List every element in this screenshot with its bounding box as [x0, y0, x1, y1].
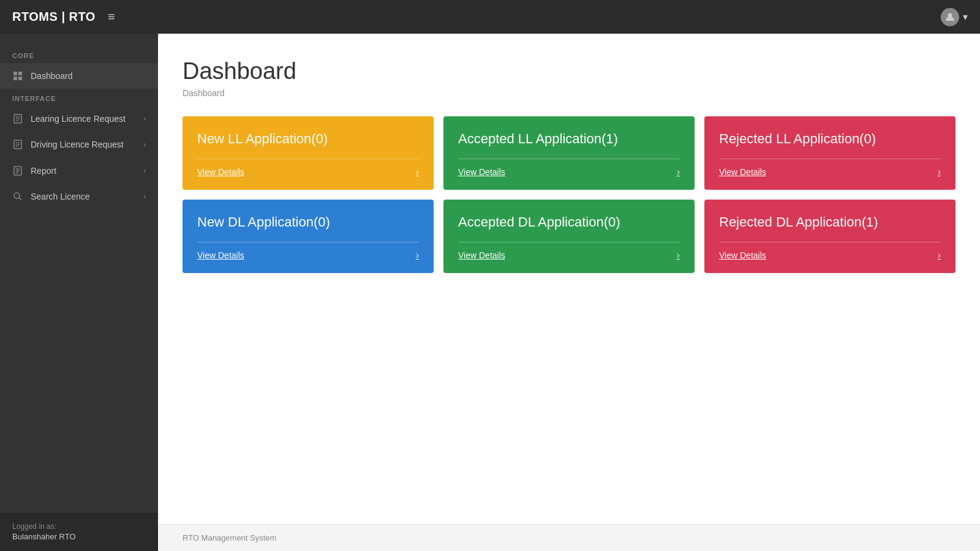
- logged-in-user: Bulanshaher RTO: [12, 532, 146, 541]
- sidebar-item-dashboard[interactable]: Dashboard: [0, 63, 158, 89]
- chevron-right-icon-4: ›: [143, 192, 146, 201]
- card-accepted-ll-title: Accepted LL Application(1): [458, 131, 680, 147]
- sidebar-item-label-dashboard: Dashboard: [31, 70, 73, 81]
- sidebar-section-interface: INTERFACE: [0, 89, 158, 106]
- sidebar-item-label-learning-licence: Learing Licence Request: [31, 113, 126, 124]
- card-new-dl-arrow: ›: [416, 250, 419, 261]
- card-new-ll-arrow: ›: [416, 167, 419, 178]
- card-new-dl-link[interactable]: View Details ›: [197, 242, 419, 261]
- sidebar: CORE Dashboard INTERFACE: [0, 34, 158, 551]
- footer-text: RTO Management System: [183, 533, 276, 542]
- card-accepted-dl-link-text: View Details: [458, 250, 505, 260]
- card-rejected-ll-link-text: View Details: [719, 167, 766, 177]
- svg-rect-1: [13, 72, 17, 75]
- card-accepted-ll: Accepted LL Application(1) View Details …: [443, 116, 695, 190]
- dashboard-cards-grid: New LL Application(0) View Details › Acc…: [183, 116, 956, 273]
- page-title: Dashboard: [183, 58, 956, 84]
- learning-licence-icon: [12, 113, 23, 124]
- card-accepted-ll-link[interactable]: View Details ›: [458, 159, 680, 178]
- sidebar-item-label-report: Report: [31, 165, 56, 176]
- card-rejected-dl-link-text: View Details: [719, 250, 766, 260]
- card-rejected-ll-link[interactable]: View Details ›: [719, 159, 941, 178]
- sidebar-item-driving-licence[interactable]: Driving Licence Request ›: [0, 132, 158, 157]
- svg-rect-4: [18, 77, 22, 80]
- card-accepted-dl: Accepted DL Application(0) View Details …: [443, 200, 695, 273]
- card-rejected-dl-title: Rejected DL Application(1): [719, 214, 941, 230]
- page-footer: RTO Management System: [158, 524, 980, 551]
- breadcrumb: Dashboard: [183, 88, 956, 98]
- card-new-ll: New LL Application(0) View Details ›: [183, 116, 434, 190]
- hamburger-icon[interactable]: ≡: [108, 10, 115, 24]
- dashboard-icon: [12, 70, 23, 81]
- brand-title: RTOMS | RTO: [12, 10, 96, 24]
- card-new-dl-link-text: View Details: [197, 250, 244, 260]
- user-menu[interactable]: ▾: [941, 8, 968, 26]
- svg-rect-3: [13, 77, 17, 80]
- sidebar-item-label-search-licence: Search Licence: [31, 191, 90, 202]
- card-new-dl: New DL Application(0) View Details ›: [183, 200, 434, 273]
- sidebar-item-label-driving-licence: Driving Licence Request: [31, 139, 124, 150]
- sidebar-item-report[interactable]: Report ›: [0, 158, 158, 184]
- user-dropdown-arrow: ▾: [963, 11, 968, 23]
- card-accepted-ll-arrow: ›: [677, 167, 680, 178]
- sidebar-footer: Logged in as: Bulanshaher RTO: [0, 512, 158, 551]
- card-new-ll-title: New LL Application(0): [197, 131, 419, 147]
- sidebar-item-search-licence[interactable]: Search Licence ›: [0, 184, 158, 209]
- chevron-right-icon: ›: [143, 114, 146, 123]
- card-rejected-ll: Rejected LL Application(0) View Details …: [704, 116, 956, 190]
- card-rejected-dl-arrow: ›: [938, 250, 941, 261]
- chevron-right-icon-3: ›: [143, 167, 146, 175]
- card-rejected-dl-link[interactable]: View Details ›: [719, 242, 941, 261]
- svg-point-17: [14, 193, 20, 198]
- card-new-ll-link-text: View Details: [197, 167, 244, 177]
- report-icon: [12, 165, 23, 176]
- sidebar-section-core: CORE: [0, 46, 158, 63]
- card-accepted-dl-title: Accepted DL Application(0): [458, 214, 680, 230]
- card-accepted-ll-link-text: View Details: [458, 167, 505, 177]
- main-content: Dashboard Dashboard New LL Application(0…: [158, 34, 980, 551]
- card-rejected-ll-title: Rejected LL Application(0): [719, 131, 941, 147]
- card-new-ll-link[interactable]: View Details ›: [197, 159, 419, 178]
- logged-in-label: Logged in as:: [12, 522, 146, 531]
- card-rejected-ll-arrow: ›: [938, 167, 941, 178]
- card-new-dl-title: New DL Application(0): [197, 214, 419, 230]
- sidebar-item-learning-licence[interactable]: Learing Licence Request ›: [0, 106, 158, 132]
- card-rejected-dl: Rejected DL Application(1) View Details …: [704, 200, 956, 273]
- svg-line-18: [19, 198, 21, 200]
- svg-rect-2: [18, 72, 22, 75]
- chevron-right-icon-2: ›: [143, 140, 146, 149]
- top-header: RTOMS | RTO ≡ ▾: [0, 0, 980, 34]
- card-accepted-dl-arrow: ›: [677, 250, 680, 261]
- avatar: [941, 8, 959, 26]
- driving-licence-icon: [12, 139, 23, 150]
- card-accepted-dl-link[interactable]: View Details ›: [458, 242, 680, 261]
- search-icon: [12, 191, 23, 202]
